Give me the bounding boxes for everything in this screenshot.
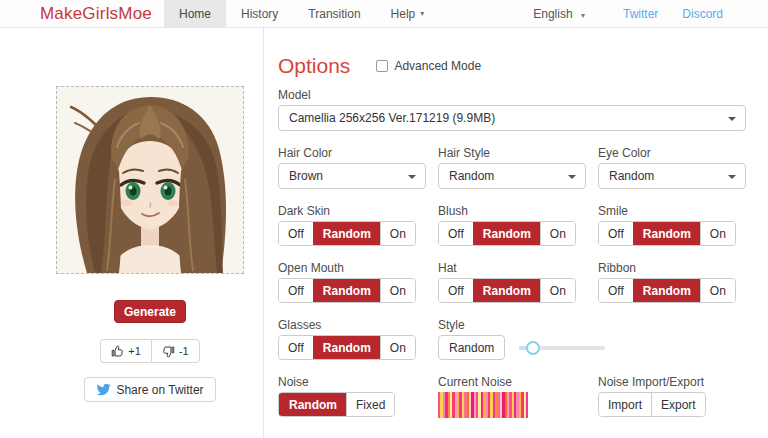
blush-toggle: Off Random On (438, 221, 576, 246)
thumbs-up-icon (111, 345, 124, 358)
model-label: Model (278, 88, 746, 102)
import-button[interactable]: Import (599, 393, 651, 416)
brand-logo[interactable]: MakeGirlsMoe (0, 0, 164, 27)
style-random-button[interactable]: Random (438, 335, 505, 360)
style-label: Style (438, 318, 746, 332)
share-twitter-label: Share on Twitter (116, 383, 203, 397)
glasses-toggle: Off Random On (278, 335, 416, 360)
smile-on[interactable]: On (700, 222, 735, 245)
ribbon-label: Ribbon (598, 261, 746, 275)
caret-down-icon: ▾ (581, 11, 585, 20)
ribbon-random[interactable]: Random (633, 279, 700, 302)
hair-style-select[interactable]: Random (438, 163, 586, 189)
model-select-value: Camellia 256x256 Ver.171219 (9.9MB) (289, 111, 495, 125)
hair-color-select[interactable]: Brown (278, 163, 426, 189)
open-mouth-random[interactable]: Random (313, 279, 380, 302)
twitter-link[interactable]: Twitter (623, 7, 658, 21)
open-mouth-toggle: Off Random On (278, 278, 416, 303)
dark-skin-random[interactable]: Random (313, 222, 380, 245)
import-export-group: Import Export (598, 392, 706, 417)
advanced-mode-checkbox[interactable] (376, 60, 388, 72)
open-mouth-label: Open Mouth (278, 261, 426, 275)
share-twitter-button[interactable]: Share on Twitter (84, 377, 215, 402)
downvote-button[interactable]: -1 (151, 339, 200, 363)
result-panel: Generate +1 -1 (0, 28, 264, 438)
dark-skin-on[interactable]: On (380, 222, 415, 245)
model-select[interactable]: Camellia 256x256 Ver.171219 (9.9MB) (278, 105, 746, 131)
blush-label: Blush (438, 204, 586, 218)
dark-skin-toggle: Off Random On (278, 221, 416, 246)
twitter-bird-icon (96, 382, 111, 397)
smile-label: Smile (598, 204, 746, 218)
vote-button-group: +1 -1 (100, 339, 199, 363)
options-title: Options (278, 54, 350, 78)
smile-random[interactable]: Random (633, 222, 700, 245)
nav-tab-history[interactable]: History (226, 0, 293, 27)
style-slider-handle[interactable] (526, 341, 540, 355)
ribbon-on[interactable]: On (700, 279, 735, 302)
hair-style-value: Random (449, 169, 494, 183)
blush-random[interactable]: Random (473, 222, 540, 245)
hair-color-value: Brown (289, 169, 323, 183)
hair-style-label: Hair Style (438, 146, 586, 160)
noise-import-export-label: Noise Import/Export (598, 375, 746, 389)
nav-tabs: Home History Transition Help ▾ (164, 0, 439, 27)
smile-toggle: Off Random On (598, 221, 736, 246)
blush-on[interactable]: On (540, 222, 575, 245)
hair-color-label: Hair Color (278, 146, 426, 160)
open-mouth-off[interactable]: Off (279, 279, 313, 302)
blush-off[interactable]: Off (439, 222, 473, 245)
hat-on[interactable]: On (540, 279, 575, 302)
nav-tab-help[interactable]: Help ▾ (376, 0, 440, 27)
hat-off[interactable]: Off (439, 279, 473, 302)
language-label: English (533, 7, 572, 21)
anime-portrait-illustration (57, 87, 243, 273)
advanced-mode-control[interactable]: Advanced Mode (376, 59, 481, 73)
noise-fixed[interactable]: Fixed (346, 393, 394, 416)
thumbs-down-icon (162, 345, 175, 358)
ribbon-toggle: Off Random On (598, 278, 736, 303)
current-noise-barcode (438, 392, 528, 418)
eye-color-label: Eye Color (598, 146, 746, 160)
upvote-button[interactable]: +1 (100, 339, 151, 363)
export-button[interactable]: Export (651, 393, 705, 416)
eye-color-value: Random (609, 169, 654, 183)
advanced-mode-label: Advanced Mode (394, 59, 481, 73)
current-noise-label: Current Noise (438, 375, 586, 389)
generated-image (56, 86, 244, 274)
smile-off[interactable]: Off (599, 222, 633, 245)
hat-random[interactable]: Random (473, 279, 540, 302)
eye-color-select[interactable]: Random (598, 163, 746, 189)
discord-link[interactable]: Discord (682, 7, 723, 21)
downvote-label: -1 (179, 345, 189, 357)
upvote-label: +1 (128, 345, 141, 357)
options-panel: Options Advanced Mode Model Camellia 256… (264, 28, 768, 438)
nav-right: English ▾ Twitter Discord (533, 0, 768, 27)
glasses-off[interactable]: Off (279, 336, 313, 359)
glasses-label: Glasses (278, 318, 426, 332)
open-mouth-on[interactable]: On (380, 279, 415, 302)
glasses-on[interactable]: On (380, 336, 415, 359)
ribbon-off[interactable]: Off (599, 279, 633, 302)
hat-toggle: Off Random On (438, 278, 576, 303)
nav-tab-help-label: Help (391, 7, 416, 21)
glasses-random[interactable]: Random (313, 336, 380, 359)
noise-toggle: Random Fixed (278, 392, 395, 417)
noise-label: Noise (278, 375, 426, 389)
noise-random[interactable]: Random (279, 393, 346, 416)
hat-label: Hat (438, 261, 586, 275)
language-selector[interactable]: English ▾ (533, 7, 585, 21)
style-slider[interactable] (519, 341, 605, 355)
caret-down-icon: ▾ (420, 9, 424, 18)
generate-button[interactable]: Generate (114, 300, 186, 323)
dark-skin-off[interactable]: Off (279, 222, 313, 245)
dark-skin-label: Dark Skin (278, 204, 426, 218)
nav-tab-transition[interactable]: Transition (293, 0, 375, 27)
navbar: MakeGirlsMoe Home History Transition Hel… (0, 0, 768, 28)
nav-tab-home[interactable]: Home (164, 0, 226, 27)
